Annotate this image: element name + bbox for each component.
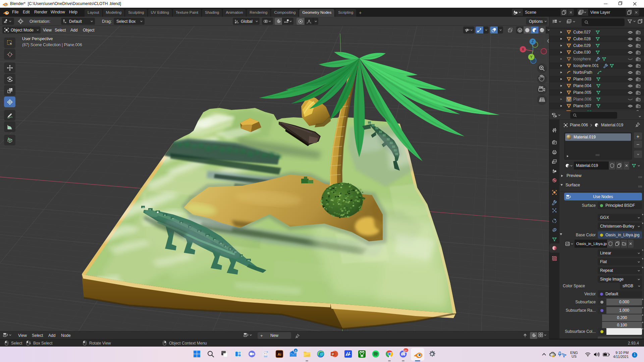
svg-text:!: ! — [553, 355, 554, 357]
svg-text:Y: Y — [530, 55, 532, 59]
svg-text:P: P — [332, 352, 334, 356]
svg-text:Z: Z — [532, 40, 534, 44]
svg-text:Ai: Ai — [278, 352, 281, 356]
svg-text:X: X — [522, 47, 524, 51]
